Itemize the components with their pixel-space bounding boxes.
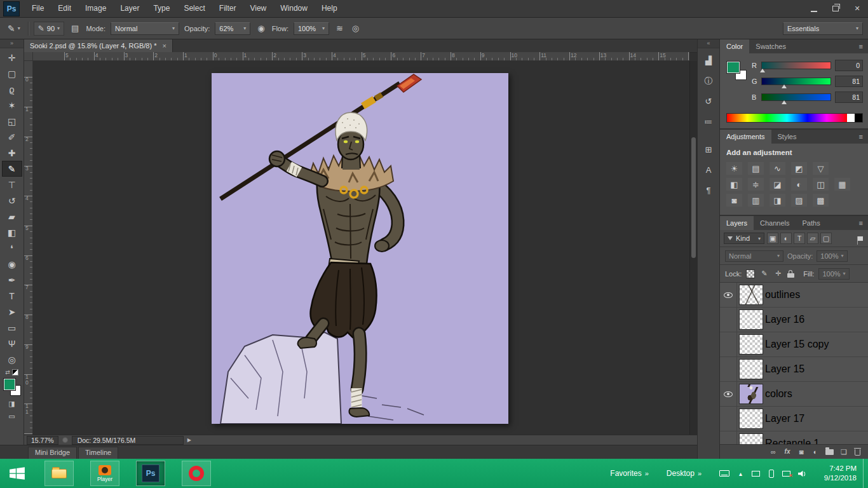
layer-visibility-toggle[interactable] xyxy=(720,308,737,332)
layer-name[interactable]: Rectangle 1 xyxy=(765,438,819,444)
minimize-button[interactable] xyxy=(803,0,825,17)
open-document[interactable] xyxy=(212,73,508,424)
eraser-tool[interactable]: ▰ xyxy=(2,208,22,224)
ruler-corner[interactable] xyxy=(24,52,33,61)
magic-wand-tool[interactable]: ✶ xyxy=(2,97,22,113)
layer-row[interactable]: Layer 15 copy xyxy=(720,332,868,357)
document-tab[interactable]: Sooki 2.psd @ 15.8% (Layer 4, RGB/8) * × xyxy=(24,39,173,52)
filter-shape-layers-icon[interactable]: ▱ xyxy=(807,233,818,244)
white-swatch[interactable] xyxy=(847,114,855,122)
dodge-tool[interactable]: ◉ xyxy=(2,256,22,272)
layer-filter-kind-select[interactable]: Kind ▾ xyxy=(724,233,764,244)
tab-layers[interactable]: Layers xyxy=(720,216,754,230)
gradient-tool[interactable]: ◧ xyxy=(2,224,22,240)
lock-all-button[interactable] xyxy=(787,269,795,278)
device-icon[interactable] xyxy=(767,470,775,478)
favorites-toolbar[interactable]: Favorites » xyxy=(610,459,648,488)
lock-position-button[interactable]: ✛ xyxy=(773,269,783,278)
layer-name[interactable]: Layer 16 xyxy=(765,314,804,325)
new-layer-icon[interactable]: ❏ xyxy=(840,449,848,456)
layer-visibility-toggle[interactable] xyxy=(720,407,737,431)
pen-tool[interactable]: ✒ xyxy=(2,272,22,288)
filter-type-layers-icon[interactable]: T xyxy=(794,233,805,244)
filter-smart-objects-icon[interactable]: ▢ xyxy=(820,233,832,244)
filter-adjustment-layers-icon[interactable]: ◐ xyxy=(780,233,792,244)
vibrance-icon[interactable]: ▽ xyxy=(813,162,829,175)
zoom-level-field[interactable]: 15.77% xyxy=(27,436,58,445)
info-panel-icon[interactable]: ⓘ xyxy=(701,74,716,88)
selective-color-icon[interactable]: ▩ xyxy=(813,194,829,207)
rectangular-marquee-tool[interactable]: ▢ xyxy=(2,65,22,81)
taskbar-clock[interactable]: 7:42 PM 9/12/2018 xyxy=(815,459,857,488)
swap-colors-icon[interactable]: ⇄ xyxy=(5,369,10,376)
tab-adjustments[interactable]: Adjustments xyxy=(720,130,771,144)
restore-button[interactable] xyxy=(825,0,846,17)
hue-saturation-icon[interactable]: ◧ xyxy=(726,178,742,191)
slider-thumb-icon[interactable] xyxy=(760,69,765,72)
layer-thumbnail[interactable] xyxy=(739,285,763,305)
desktop-toolbar[interactable]: Desktop » xyxy=(667,459,702,488)
black-swatch[interactable] xyxy=(855,114,862,122)
gradient-map-icon[interactable]: ▨ xyxy=(791,194,807,207)
tablet-pressure-opacity-icon[interactable]: ◉ xyxy=(255,24,266,33)
link-layers-icon[interactable]: ∞ xyxy=(770,449,777,456)
chevron-icon[interactable]: » xyxy=(645,470,649,477)
tab-paths[interactable]: Paths xyxy=(796,216,827,230)
move-tool[interactable]: ✛ xyxy=(2,50,22,65)
menu-item[interactable]: Select xyxy=(177,0,212,17)
properties-panel-icon[interactable]: ≔ xyxy=(701,115,716,128)
menu-item[interactable]: File xyxy=(25,0,51,17)
layer-thumbnail[interactable] xyxy=(739,384,763,404)
brush-size-picker[interactable]: ✎ 90 ▾ xyxy=(34,22,64,36)
close-tab-icon[interactable]: × xyxy=(162,42,166,50)
panel-menu-icon[interactable]: ≡ xyxy=(854,39,868,53)
tab-swatches[interactable]: Swatches xyxy=(749,39,792,53)
hand-tool[interactable]: Ψ xyxy=(2,336,22,351)
delete-layer-icon[interactable] xyxy=(854,447,862,456)
fill-select[interactable]: 100% ▾ xyxy=(818,268,849,280)
layer-name[interactable]: Layer 15 copy xyxy=(765,339,829,350)
history-panel-icon[interactable]: ↺ xyxy=(701,95,716,108)
blur-tool[interactable]: ❛ xyxy=(2,240,22,256)
close-button[interactable]: ✕ xyxy=(846,0,868,17)
add-layer-mask-icon[interactable]: ◙ xyxy=(797,449,805,456)
color-balance-icon[interactable]: ≑ xyxy=(748,178,764,191)
channel-slider[interactable] xyxy=(761,62,831,69)
tablet-pressure-size-icon[interactable]: ◎ xyxy=(350,24,361,33)
path-selection-tool[interactable]: ➤ xyxy=(2,304,22,320)
tab-mini-bridge[interactable]: Mini Bridge xyxy=(28,447,77,459)
vertical-scrollbar[interactable] xyxy=(689,61,697,435)
brightness-contrast-icon[interactable]: ☀ xyxy=(726,162,742,175)
levels-icon[interactable]: ▤ xyxy=(748,162,764,175)
document-size-field[interactable]: Doc: 29.5M/176.5M xyxy=(72,436,184,445)
clone-stamp-tool[interactable]: ⊤ xyxy=(2,177,22,193)
blend-mode-select[interactable]: Normal ▾ xyxy=(111,22,179,35)
file-explorer-button[interactable] xyxy=(44,461,74,486)
touch-keyboard-icon[interactable] xyxy=(719,470,729,477)
layer-blend-mode-select[interactable]: Normal ▾ xyxy=(725,250,783,262)
tab-channels[interactable]: Channels xyxy=(754,216,796,230)
channel-value-field[interactable]: 81 xyxy=(835,76,863,87)
airbrush-icon[interactable]: ≋ xyxy=(334,24,345,33)
foreground-swatch[interactable] xyxy=(726,61,740,74)
quick-mask-button[interactable]: ◨ xyxy=(4,398,20,409)
lasso-tool[interactable]: ϱ xyxy=(2,81,22,97)
new-group-icon[interactable] xyxy=(825,449,834,455)
default-colors-icon[interactable] xyxy=(12,369,18,376)
media-player-button[interactable]: Player xyxy=(90,461,119,486)
disconnected-device-icon[interactable]: ✕ xyxy=(782,471,790,477)
layer-visibility-toggle[interactable] xyxy=(720,332,737,356)
type-tool[interactable]: T xyxy=(2,288,22,304)
menu-item[interactable]: Image xyxy=(78,0,113,17)
layer-visibility-toggle[interactable] xyxy=(720,382,737,406)
zoom-tool[interactable]: ◎ xyxy=(2,351,22,367)
layer-thumbnail[interactable] xyxy=(739,359,763,379)
show-desktop-button[interactable] xyxy=(863,459,868,488)
tab-color[interactable]: Color xyxy=(720,39,749,53)
layer-visibility-toggle[interactable] xyxy=(720,357,737,381)
layer-row[interactable]: colors xyxy=(720,382,868,407)
layer-thumbnail[interactable] xyxy=(739,334,763,355)
menu-item[interactable]: Window xyxy=(273,0,315,17)
new-adjustment-layer-icon[interactable]: ◐ xyxy=(811,449,819,456)
layer-thumbnail[interactable] xyxy=(739,309,763,330)
